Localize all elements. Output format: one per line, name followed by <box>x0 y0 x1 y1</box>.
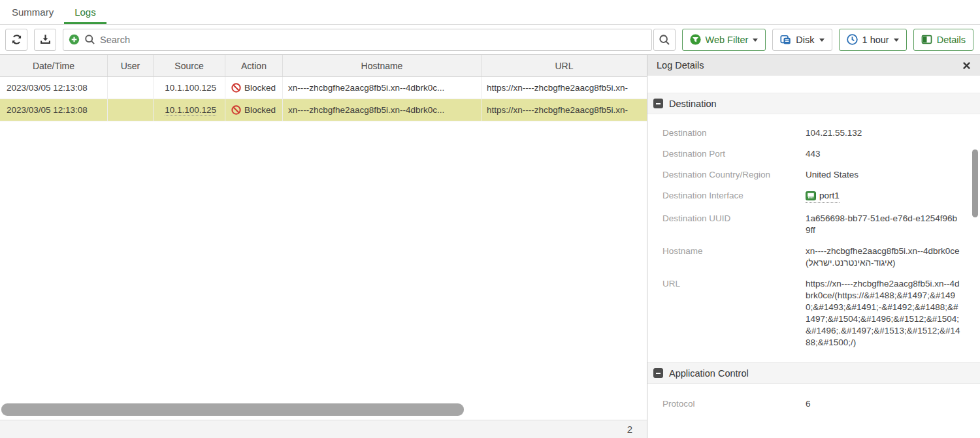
add-filter-icon[interactable] <box>69 34 80 45</box>
log-type-dropdown[interactable]: Web Filter <box>682 29 766 51</box>
collapse-icon[interactable] <box>653 99 663 108</box>
field-url: URL https://xn----zhcbgfhe2aacg8fb5i.xn-… <box>662 278 960 349</box>
field-value: United States <box>806 169 960 181</box>
table-header-row: Date/Time User Source Action Hostname UR… <box>0 55 647 77</box>
field-label: Destination UUID <box>662 213 806 236</box>
log-source-dropdown[interactable]: Disk <box>772 29 832 51</box>
field-label: Destination Interface <box>662 190 806 204</box>
blocked-icon <box>231 105 241 115</box>
ethernet-port-icon <box>806 191 816 200</box>
section-header-application-control[interactable]: Application Control <box>647 362 980 384</box>
disk-icon <box>780 34 791 45</box>
details-icon <box>921 34 932 45</box>
tab-summary[interactable]: Summary <box>1 0 64 24</box>
column-header-hostname[interactable]: Hostname <box>283 55 482 76</box>
close-icon[interactable] <box>962 61 971 70</box>
interface-name: port1 <box>819 190 840 202</box>
table-row[interactable]: 2023/03/05 12:13:08 10.1.100.125 Blocked… <box>0 77 647 99</box>
cell-url: https://xn----zhcbgfhe2aacg8fb5i.xn- <box>482 99 647 121</box>
clock-icon <box>847 34 858 45</box>
column-header-source[interactable]: Source <box>154 55 225 76</box>
chevron-down-icon <box>894 39 899 42</box>
section-header-destination[interactable]: Destination <box>647 93 980 114</box>
field-value: 104.21.55.132 <box>806 127 960 139</box>
vertical-scrollbar[interactable] <box>972 149 978 217</box>
cell-url: https://xn----zhcbgfhe2aacg8fb5i.xn- <box>482 77 647 99</box>
application-control-fields: Protocol 6 <box>647 384 980 410</box>
search-submit-icon <box>659 34 670 46</box>
tab-logs[interactable]: Logs <box>64 0 106 24</box>
cell-action: Blocked <box>225 99 283 121</box>
destination-fields: Destination 104.21.55.132 Destination Po… <box>647 114 980 349</box>
horizontal-scrollbar[interactable] <box>1 403 464 416</box>
details-label: Details <box>937 35 966 45</box>
field-label: URL <box>662 278 806 349</box>
cell-user <box>108 99 154 121</box>
refresh-button[interactable] <box>5 29 27 51</box>
log-source-label: Disk <box>796 35 814 45</box>
cell-action: Blocked <box>225 77 283 99</box>
field-label: Destination Port <box>662 148 806 160</box>
search-input[interactable] <box>100 35 646 45</box>
field-label: Hostname <box>662 245 806 269</box>
collapse-icon[interactable] <box>653 368 663 378</box>
log-details-header: Log Details <box>647 55 980 76</box>
field-label: Destination Country/Region <box>662 169 806 181</box>
field-value: 1a656698-bb77-51ed-e76d-e1254f96b9ff <box>806 213 960 236</box>
field-value: 443 <box>806 148 960 160</box>
column-header-datetime[interactable]: Date/Time <box>0 55 108 76</box>
cell-hostname: xn----zhcbgfhe2aacg8fb5i.xn--4dbrk0c... <box>283 99 482 121</box>
column-header-action[interactable]: Action <box>225 55 283 76</box>
field-protocol: Protocol 6 <box>662 398 960 410</box>
chevron-down-icon <box>753 39 758 42</box>
search-icon <box>84 34 95 45</box>
log-details-panel: Log Details Destination Destination 104.… <box>647 55 980 438</box>
cell-hostname: xn----zhcbgfhe2aacg8fb5i.xn--4dbrk0c... <box>283 77 482 99</box>
field-destination-uuid: Destination UUID 1a656698-bb77-51ed-e76d… <box>662 213 960 236</box>
field-destination-country: Destination Country/Region United States <box>662 169 960 181</box>
interface-link[interactable]: port1 <box>806 190 840 203</box>
row-count: 2 <box>627 424 632 435</box>
time-range-label: 1 hour <box>862 35 889 45</box>
log-table: Date/Time User Source Action Hostname UR… <box>0 55 647 438</box>
cell-source[interactable]: 10.1.100.125 <box>154 77 225 99</box>
search-submit-button[interactable] <box>653 29 676 51</box>
field-value: xn----zhcbgfhe2aacg8fb5i.xn--4dbrk0ce (א… <box>806 245 960 269</box>
tab-bar: Summary Logs <box>0 0 980 25</box>
table-row-selected[interactable]: 2023/03/05 12:13:08 10.1.100.125 Blocked… <box>0 99 647 121</box>
section-title: Destination <box>669 99 717 109</box>
log-type-label: Web Filter <box>706 35 749 45</box>
field-value: https://xn----zhcbgfhe2aacg8fb5i.xn--4db… <box>806 278 960 349</box>
cell-datetime: 2023/03/05 12:13:08 <box>0 77 108 99</box>
search-box[interactable] <box>63 29 652 51</box>
chevron-down-icon <box>819 39 825 42</box>
details-toggle-button[interactable]: Details <box>913 29 973 51</box>
cell-source[interactable]: 10.1.100.125 <box>154 99 225 121</box>
web-filter-icon <box>690 34 701 45</box>
download-button[interactable] <box>34 29 56 51</box>
field-destination: Destination 104.21.55.132 <box>662 127 960 139</box>
field-hostname: Hostname xn----zhcbgfhe2aacg8fb5i.xn--4d… <box>662 245 960 269</box>
blocked-icon <box>231 83 241 93</box>
field-destination-port: Destination Port 443 <box>662 148 960 160</box>
time-range-dropdown[interactable]: 1 hour <box>839 29 907 51</box>
table-footer: 2 <box>0 420 647 438</box>
cell-datetime: 2023/03/05 12:13:08 <box>0 99 108 121</box>
field-label: Destination <box>662 127 806 139</box>
field-label: Protocol <box>662 398 806 410</box>
section-title: Application Control <box>669 368 749 379</box>
cell-user <box>108 77 154 99</box>
refresh-icon <box>11 34 22 45</box>
log-details-title: Log Details <box>657 60 962 70</box>
download-icon <box>40 34 51 45</box>
column-header-url[interactable]: URL <box>482 55 647 76</box>
field-destination-interface: Destination Interface port1 <box>662 190 960 204</box>
field-value: 6 <box>806 398 960 410</box>
toolbar: Web Filter Disk 1 hour Details <box>0 25 980 55</box>
column-header-user[interactable]: User <box>108 55 154 76</box>
